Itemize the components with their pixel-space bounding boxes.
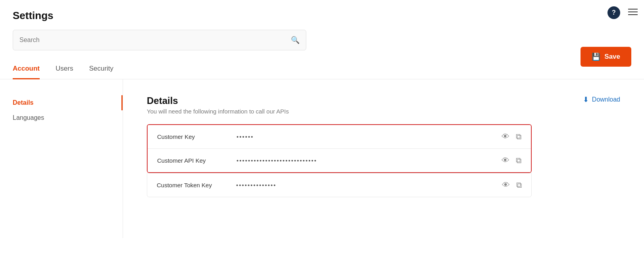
header: Settings	[0, 0, 644, 22]
key-value-customer-token-key: ••••••••••••••	[236, 182, 502, 188]
copy-icon: ⧉	[516, 132, 521, 141]
save-label: Save	[604, 53, 620, 61]
download-button[interactable]: ⬇ Download	[583, 95, 620, 104]
toggle-visibility-customer-key[interactable]: 👁	[502, 132, 509, 141]
tab-account[interactable]: Account	[13, 60, 40, 79]
key-label-customer-key: Customer Key	[157, 133, 236, 140]
save-icon: 💾	[592, 52, 600, 61]
key-actions-customer-token-key: 👁 ⧉	[502, 181, 522, 190]
copy-customer-api-key[interactable]: ⧉	[516, 156, 521, 165]
search-box: 🔍	[13, 30, 306, 50]
key-label-customer-api-key: Customer API Key	[157, 157, 236, 164]
details-title-block: Details You will need the following info…	[147, 95, 289, 115]
key-label-customer-token-key: Customer Token Key	[157, 182, 236, 188]
main-content: Details Languages Details You will need …	[0, 79, 644, 238]
table-row: Customer API Key •••••••••••••••••••••••…	[148, 149, 531, 172]
menu-icon[interactable]	[628, 9, 638, 15]
key-actions-customer-api-key: 👁 ⧉	[502, 156, 521, 165]
toggle-visibility-customer-api-key[interactable]: 👁	[502, 156, 509, 165]
tab-users[interactable]: Users	[56, 60, 73, 79]
sidebar: Details Languages	[0, 79, 123, 238]
details-header: Details You will need the following info…	[147, 95, 620, 115]
search-area: 🔍	[0, 22, 644, 50]
details-panel: Details You will need the following info…	[123, 79, 644, 238]
copy-icon: ⧉	[516, 181, 522, 190]
table-row: Customer Token Key •••••••••••••• 👁 ⧉	[147, 173, 532, 197]
sidebar-item-details[interactable]: Details	[13, 95, 123, 110]
details-title: Details	[147, 95, 289, 106]
search-input[interactable]	[19, 37, 287, 44]
copy-icon: ⧉	[516, 156, 521, 165]
keys-table-highlighted: Customer Key •••••• 👁 ⧉ Customer API Key…	[147, 124, 532, 173]
key-value-customer-api-key: ••••••••••••••••••••••••••••	[236, 157, 502, 164]
eye-icon: 👁	[502, 181, 510, 190]
save-button[interactable]: 💾 Save	[581, 47, 631, 67]
copy-customer-key[interactable]: ⧉	[516, 132, 521, 141]
table-row: Customer Key •••••• 👁 ⧉	[148, 125, 531, 149]
tabs-bar: Account Users Security	[0, 60, 644, 79]
page-title: Settings	[13, 10, 54, 22]
download-label: Download	[592, 96, 620, 103]
copy-customer-token-key[interactable]: ⧉	[516, 181, 522, 190]
help-icon[interactable]: ?	[607, 6, 620, 19]
toggle-visibility-customer-token-key[interactable]: 👁	[502, 181, 510, 190]
eye-icon: 👁	[502, 156, 509, 165]
key-value-customer-key: ••••••	[236, 133, 502, 140]
key-actions-customer-key: 👁 ⧉	[502, 132, 521, 141]
eye-icon: 👁	[502, 132, 509, 141]
search-icon: 🔍	[291, 36, 300, 44]
download-icon: ⬇	[583, 95, 589, 104]
sidebar-item-languages[interactable]: Languages	[13, 110, 110, 125]
details-subtitle: You will need the following information …	[147, 108, 289, 115]
tab-security[interactable]: Security	[89, 60, 113, 79]
